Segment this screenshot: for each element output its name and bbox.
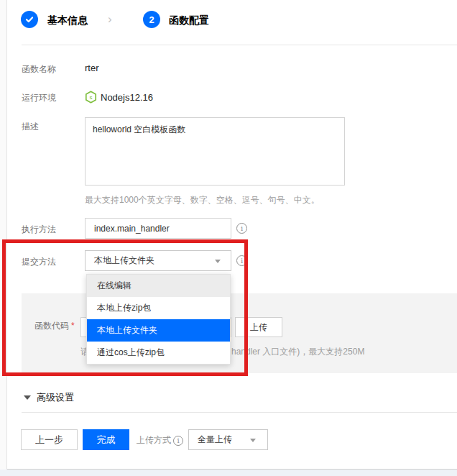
handler-info-icon[interactable]: i: [236, 223, 247, 234]
upload-mode-value: 全量上传: [198, 434, 232, 446]
caret-down-icon: [215, 260, 221, 263]
dropdown-option-local-zip[interactable]: 本地上传zip包: [87, 297, 230, 319]
upload-button[interactable]: 上传: [235, 317, 282, 337]
footer-divider: [22, 412, 457, 413]
step1-done-circle: [21, 11, 38, 28]
description-textarea[interactable]: helloworld 空白模板函数: [85, 117, 345, 186]
submit-method-select[interactable]: 本地上传文件夹: [85, 250, 231, 271]
submit-method-info-icon[interactable]: i: [236, 255, 247, 266]
step2-label: 函数配置: [169, 14, 209, 27]
runtime-value: Nodejs12.16: [101, 92, 153, 103]
advanced-settings-toggle[interactable]: 高级设置: [24, 391, 74, 404]
header-divider: [22, 45, 457, 45]
handler-input[interactable]: [85, 218, 231, 239]
submit-method-label: 提交方法: [22, 256, 56, 268]
function-config-page: 基本信息 › 2 函数配置 函数名称 rter 运行环境 s Nodejs12.…: [0, 0, 457, 476]
check-icon: [24, 14, 34, 24]
step1-label: 基本信息: [47, 14, 88, 27]
required-asterisk: *: [71, 321, 75, 331]
step2-number-circle: 2: [143, 11, 160, 28]
upload-mode-select[interactable]: 全量上传: [188, 429, 268, 450]
function-name-value: rter: [85, 63, 99, 73]
description-label: 描述: [22, 121, 39, 133]
chevron-right-icon: ›: [108, 12, 112, 27]
caret-down-icon: [250, 439, 256, 442]
page-background-strip: [0, 470, 457, 476]
previous-step-button[interactable]: 上一步: [21, 429, 78, 450]
advanced-settings-label: 高级设置: [37, 391, 74, 404]
description-hint: 最大支持1000个英文字母、数字、空格、逗号、句号、中文。: [85, 194, 320, 206]
submit-method-dropdown-menu: 在线编辑 本地上传zip包 本地上传文件夹 通过cos上传zip包: [86, 274, 231, 365]
function-code-label: 函数代码*: [34, 320, 75, 332]
upload-mode-label-text: 上传方式: [137, 434, 171, 447]
nodejs-icon: s: [85, 91, 97, 106]
function-name-label: 函数名称: [22, 63, 56, 75]
upload-mode-info-icon[interactable]: i: [173, 436, 183, 446]
code-hint-tail: handler 入口文件)，最大支持250M: [231, 346, 364, 358]
dropdown-option-cos-zip[interactable]: 通过cos上传zip包: [87, 342, 230, 364]
handler-label: 执行方法: [22, 224, 56, 236]
dropdown-option-local-folder[interactable]: 本地上传文件夹: [87, 319, 230, 342]
runtime-label: 运行环境: [22, 92, 56, 104]
left-edge-strip: [0, 0, 7, 476]
svg-text:s: s: [90, 94, 93, 101]
dropdown-option-online-edit[interactable]: 在线编辑: [87, 275, 230, 297]
upload-mode-label: 上传方式 i: [137, 434, 183, 447]
submit-method-value: 本地上传文件夹: [94, 255, 154, 267]
function-code-label-text: 函数代码: [34, 321, 69, 331]
finish-button[interactable]: 完成: [83, 429, 129, 450]
triangle-down-icon: [24, 395, 31, 400]
